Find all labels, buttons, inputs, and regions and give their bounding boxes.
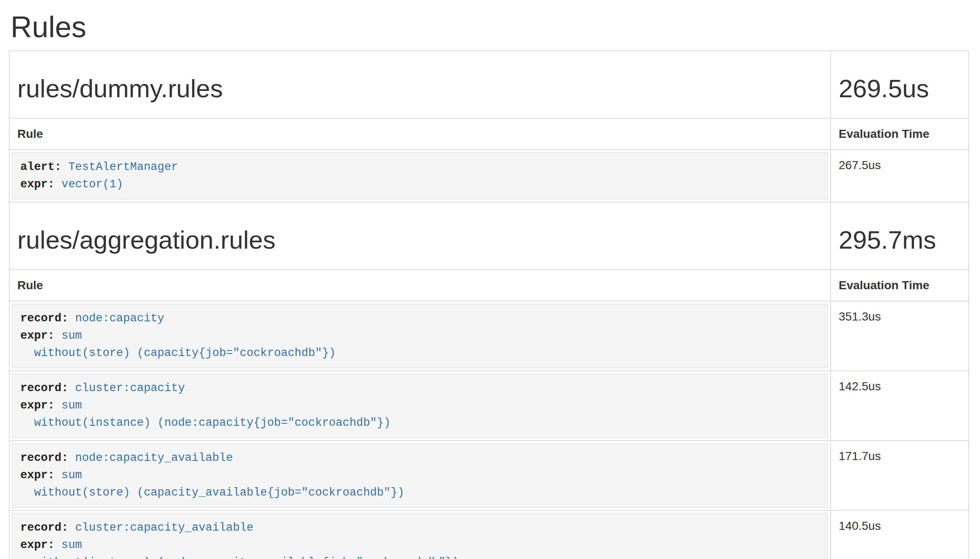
rule-group-header-row: rules/dummy.rules 269.5us [9,51,969,118]
rule-link[interactable]: node:capacity [75,312,165,325]
rule-row: record:cluster:capacityexpr:sum without(… [9,371,969,441]
rule-key: alert: [20,161,61,173]
rule-link[interactable]: node:capacity_available [75,452,233,464]
evaluation-time-column-header: Evaluation Time [831,118,969,150]
rule-group-file: rules/dummy.rules [17,75,823,103]
rule-line: alert:TestAlertManager [20,159,820,176]
rule-cell: record:cluster:capacityexpr:sum without(… [9,371,831,441]
rule-cell: record:cluster:capacity_availableexpr:su… [9,510,831,559]
rule-row: record:cluster:capacity_availableexpr:su… [9,510,969,559]
rule-definition: record:node:capacity_availableexpr:sum w… [12,443,828,508]
rule-line: without(instance) (node:capacity_availab… [20,554,820,559]
rule-definition: record:cluster:capacity_availableexpr:su… [12,513,828,559]
rule-group-total-time: 295.7ms [839,226,961,254]
rule-key: expr: [20,469,55,482]
expr-link[interactable]: sum [61,469,82,482]
rule-group-total-time-cell: 295.7ms [831,202,969,270]
rule-line: expr:sum [20,537,820,554]
rule-definition: record:cluster:capacityexpr:sum without(… [12,373,828,438]
evaluation-time-value: 142.5us [831,371,969,441]
evaluation-time-value: 351.3us [831,301,969,371]
expr-link[interactable]: without(instance) (node:capacity{job="co… [20,417,391,429]
rule-link[interactable]: cluster:capacity [75,382,185,395]
column-header-row: Rule Evaluation Time [9,118,969,150]
rule-line: record:node:capacity [20,310,820,327]
rule-line: record:cluster:capacity_available [20,519,820,537]
expr-link[interactable]: sum [61,399,82,412]
rule-line: record:cluster:capacity [20,380,820,397]
expr-link[interactable]: sum [61,329,82,342]
evaluation-time-value: 267.5us [831,150,969,202]
rule-line: expr:sum [20,327,820,345]
rule-link[interactable]: TestAlertManager [68,161,178,173]
expr-link[interactable]: sum [61,539,82,551]
rule-key: expr: [20,539,55,551]
rule-group-file: rules/aggregation.rules [17,226,823,254]
rule-cell: alert:TestAlertManagerexpr:vector(1) [9,150,831,202]
rule-column-header: Rule [9,118,831,150]
rule-definition: record:node:capacityexpr:sum without(sto… [12,304,828,368]
rule-line: without(store) (capacity_available{job="… [20,484,820,501]
rule-group-name-cell: rules/aggregation.rules [9,202,831,270]
rule-group-total-time-cell: 269.5us [831,51,969,118]
evaluation-time-value: 171.7us [831,441,969,510]
rule-group-total-time: 269.5us [839,75,961,103]
rule-key: record: [20,452,68,464]
rule-line: without(instance) (node:capacity{job="co… [20,414,820,432]
expr-link[interactable]: without(store) (capacity{job="cockroachd… [20,347,336,359]
rule-group-name-cell: rules/dummy.rules [9,51,831,118]
rule-line: expr:vector(1) [20,176,820,193]
rule-column-header: Rule [9,270,831,301]
rule-key: expr: [20,329,55,342]
page-title: Rules [11,11,969,44]
rules-table: rules/dummy.rules 269.5us Rule Evaluatio… [9,50,969,559]
rule-key: expr: [20,178,55,191]
rule-group-header-row: rules/aggregation.rules 295.7ms [9,202,969,270]
column-header-row: Rule Evaluation Time [9,270,969,301]
rule-key: record: [20,521,68,534]
rule-row: record:node:capacityexpr:sum without(sto… [9,301,969,371]
rule-cell: record:node:capacityexpr:sum without(sto… [9,301,831,371]
evaluation-time-column-header: Evaluation Time [831,270,969,301]
rule-link[interactable]: cluster:capacity_available [75,521,253,534]
rule-row: record:node:capacity_availableexpr:sum w… [9,441,969,510]
rule-key: record: [20,312,68,325]
expr-link[interactable]: without(store) (capacity_available{job="… [20,486,404,499]
rule-line: expr:sum [20,397,820,414]
rule-row: alert:TestAlertManagerexpr:vector(1) 267… [9,150,969,202]
rule-key: record: [20,382,68,395]
evaluation-time-value: 140.5us [831,510,969,559]
rule-line: without(store) (capacity{job="cockroachd… [20,345,820,362]
expr-link[interactable]: vector(1) [61,178,123,191]
rule-cell: record:node:capacity_availableexpr:sum w… [9,441,831,510]
rule-line: expr:sum [20,467,820,484]
rule-definition: alert:TestAlertManagerexpr:vector(1) [12,152,828,200]
rule-key: expr: [20,399,55,412]
rule-line: record:node:capacity_available [20,449,820,467]
expr-link[interactable]: without(instance) (node:capacity_availab… [20,556,459,559]
